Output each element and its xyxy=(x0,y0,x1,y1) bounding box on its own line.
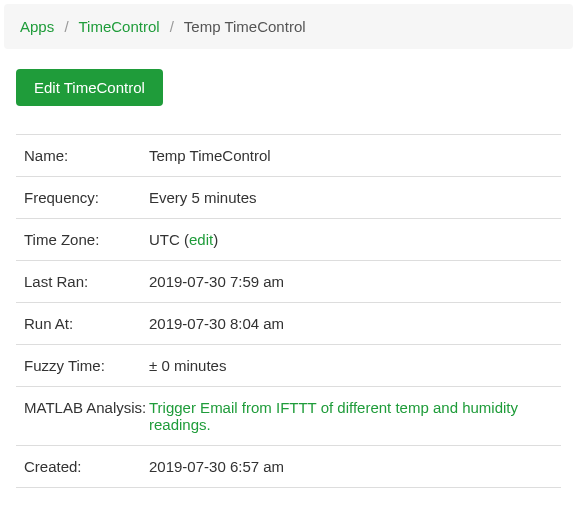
edit-timecontrol-button[interactable]: Edit TimeControl xyxy=(16,69,163,106)
label-matlab-analysis: MATLAB Analysis: xyxy=(24,399,149,433)
label-run-at: Run At: xyxy=(24,315,149,332)
value-created: 2019-07-30 6:57 am xyxy=(149,458,553,475)
value-run-at: 2019-07-30 8:04 am xyxy=(149,315,553,332)
value-frequency: Every 5 minutes xyxy=(149,189,553,206)
breadcrumb-current: Temp TimeControl xyxy=(184,18,306,35)
row-name: Name: Temp TimeControl xyxy=(16,135,561,177)
matlab-analysis-link[interactable]: Trigger Email from IFTTT of different te… xyxy=(149,399,518,433)
label-timezone: Time Zone: xyxy=(24,231,149,248)
breadcrumb-separator: / xyxy=(64,18,68,35)
value-timezone: UTC (edit) xyxy=(149,231,553,248)
row-timezone: Time Zone: UTC (edit) xyxy=(16,219,561,261)
label-frequency: Frequency: xyxy=(24,189,149,206)
label-last-ran: Last Ran: xyxy=(24,273,149,290)
timezone-prefix: UTC ( xyxy=(149,231,189,248)
breadcrumb-separator: / xyxy=(170,18,174,35)
details-table: Name: Temp TimeControl Frequency: Every … xyxy=(16,134,561,488)
value-matlab-analysis: Trigger Email from IFTTT of different te… xyxy=(149,399,553,433)
row-created: Created: 2019-07-30 6:57 am xyxy=(16,446,561,488)
row-matlab-analysis: MATLAB Analysis: Trigger Email from IFTT… xyxy=(16,387,561,446)
timezone-edit-link[interactable]: edit xyxy=(189,231,213,248)
value-last-ran: 2019-07-30 7:59 am xyxy=(149,273,553,290)
breadcrumb: Apps / TimeControl / Temp TimeControl xyxy=(4,4,573,49)
content-area: Edit TimeControl Name: Temp TimeControl … xyxy=(0,53,577,504)
value-name: Temp TimeControl xyxy=(149,147,553,164)
timezone-suffix: ) xyxy=(213,231,218,248)
row-last-ran: Last Ran: 2019-07-30 7:59 am xyxy=(16,261,561,303)
row-run-at: Run At: 2019-07-30 8:04 am xyxy=(16,303,561,345)
breadcrumb-timecontrol-link[interactable]: TimeControl xyxy=(78,18,159,35)
value-fuzzy-time: ± 0 minutes xyxy=(149,357,553,374)
label-name: Name: xyxy=(24,147,149,164)
label-created: Created: xyxy=(24,458,149,475)
breadcrumb-apps-link[interactable]: Apps xyxy=(20,18,54,35)
row-frequency: Frequency: Every 5 minutes xyxy=(16,177,561,219)
label-fuzzy-time: Fuzzy Time: xyxy=(24,357,149,374)
row-fuzzy-time: Fuzzy Time: ± 0 minutes xyxy=(16,345,561,387)
